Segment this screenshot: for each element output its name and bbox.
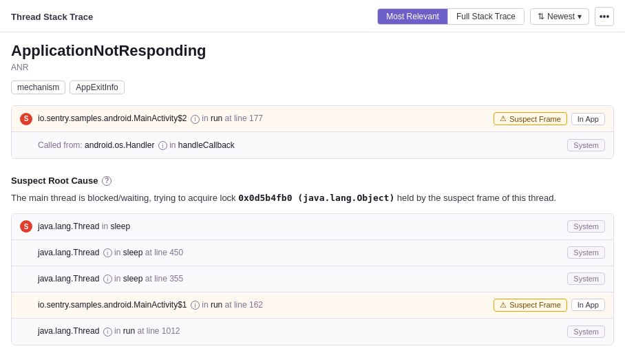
info-icon[interactable]: i — [103, 248, 112, 257]
system-badge: System — [567, 246, 605, 259]
suspect-root-title: Suspect Root Cause ? — [11, 175, 614, 186]
info-icon[interactable]: ? — [102, 176, 112, 186]
stack-frame-content: java.lang.Thread in sleep — [38, 222, 562, 231]
method-name: java.lang.Thread — [38, 274, 99, 283]
info-icon[interactable]: i — [103, 328, 112, 336]
suspect-frame-badge: ⚠ Suspect Frame — [494, 299, 567, 312]
stack-frame-content: io.sentry.samples.android.MainActivity$2… — [38, 114, 488, 123]
function-name: run — [211, 300, 222, 310]
stack-frame-content: io.sentry.samples.android.MainActivity$1… — [38, 300, 488, 310]
icon-placeholder — [20, 246, 32, 259]
filter-most-relevant[interactable]: Most Relevant — [378, 9, 448, 24]
info-icon[interactable]: i — [191, 115, 200, 124]
icon-placeholder — [20, 325, 32, 338]
table-row: java.lang.Thread i in sleep at line 355 … — [12, 266, 613, 292]
info-icon[interactable]: i — [158, 141, 167, 150]
top-stack-section: S io.sentry.samples.android.MainActivity… — [11, 105, 614, 159]
suspect-frame-badge: ⚠ Suspect Frame — [494, 112, 567, 125]
stack-frame-content: java.lang.Thread i in sleep at line 355 — [38, 274, 562, 283]
function-name: sleep — [123, 274, 143, 283]
in-app-badge: In App — [571, 113, 605, 125]
in-app-badge: In App — [571, 299, 605, 311]
sentry-icon: S — [20, 113, 32, 125]
suspect-frame-label: Suspect Frame — [509, 115, 561, 123]
line-number: 355 — [169, 274, 183, 283]
header-title: Thread Stack Trace — [11, 12, 93, 22]
method-name: io.sentry.samples.android.MainActivity$2 — [38, 114, 187, 123]
sort-label: Newest — [547, 12, 575, 21]
table-row: S io.sentry.samples.android.MainActivity… — [12, 106, 613, 132]
called-from-label: Called from: — [38, 140, 85, 150]
system-badge: System — [567, 220, 605, 233]
filter-toggle: Most Relevant Full Stack Trace — [377, 8, 525, 25]
keyword-in: in — [202, 114, 211, 123]
tags: mechanism AppExitInfo — [11, 81, 614, 94]
table-row: S java.lang.Thread in sleep System — [12, 214, 613, 240]
sort-icon: ⇅ — [538, 12, 544, 21]
icon-placeholder — [20, 299, 32, 311]
stack-badges: System — [567, 246, 605, 259]
called-from-method: android.os.Handler — [85, 140, 154, 150]
icon-placeholder — [20, 272, 32, 285]
suspect-root-label: Suspect Root Cause — [11, 175, 98, 186]
function-name: sleep — [123, 248, 143, 257]
stack-badges: System — [567, 272, 605, 285]
line-number: 1012 — [162, 326, 180, 336]
keyword-at-line: at line — [225, 114, 249, 123]
suspect-root-section: Suspect Root Cause ? The main thread is … — [11, 173, 614, 213]
system-badge: System — [567, 139, 605, 151]
filter-full-stack[interactable]: Full Stack Trace — [448, 9, 524, 24]
tag-mechanism: mechanism — [11, 81, 65, 94]
line-number: 177 — [249, 114, 263, 123]
table-row: Called from: android.os.Handler i in han… — [12, 132, 613, 158]
method-name: java.lang.Thread — [38, 248, 99, 257]
stack-badges: ⚠ Suspect Frame In App — [494, 112, 605, 125]
table-row: java.lang.Thread i in run at line 1012 S… — [12, 319, 613, 345]
method-name: java.lang.Thread — [38, 326, 99, 336]
keyword-at-line: at line — [145, 274, 169, 283]
stack-badges: System — [567, 139, 605, 151]
lock-address: 0x0d5b4fb0 — [238, 193, 292, 203]
keyword-in: in — [169, 140, 178, 150]
keyword-in: in — [202, 300, 211, 310]
table-row: io.sentry.samples.android.MainActivity$1… — [12, 292, 613, 319]
keyword-at-line: at line — [225, 300, 249, 310]
stack-badges: System — [567, 220, 605, 233]
line-number: 450 — [169, 248, 183, 257]
main-content: ApplicationNotResponding ANR mechanism A… — [0, 32, 625, 345]
system-badge: System — [567, 325, 605, 338]
method-name: io.sentry.samples.android.MainActivity$1 — [38, 300, 187, 310]
more-options-button[interactable]: ••• — [595, 7, 614, 26]
called-from-content: Called from: android.os.Handler i in han… — [38, 140, 562, 150]
keyword-at-line: at line — [145, 248, 169, 257]
sort-button[interactable]: ⇅ Newest ▾ — [530, 8, 589, 25]
chevron-down-icon: ▾ — [578, 12, 582, 21]
suspect-frame-icon: ⚠ — [500, 301, 507, 310]
app-title: ApplicationNotResponding — [11, 42, 614, 60]
info-icon[interactable]: i — [191, 301, 200, 310]
keyword-in: in — [114, 326, 123, 336]
app-type: ANR — [11, 63, 614, 72]
header-controls: Most Relevant Full Stack Trace ⇅ Newest … — [377, 7, 614, 26]
desc-after: held by the suspect frame of this thread… — [394, 193, 556, 203]
keyword-in: in — [114, 274, 123, 283]
line-number: 162 — [249, 300, 263, 310]
keyword-in: in — [102, 222, 111, 231]
stack-badges: System — [567, 325, 605, 338]
tag-appexitinfo: AppExitInfo — [70, 81, 124, 94]
stack-frame-content: java.lang.Thread i in run at line 1012 — [38, 326, 562, 336]
keyword-at-line: at line — [137, 326, 161, 336]
lock-type: (java.lang.Object) — [293, 193, 395, 203]
method-name: java.lang.Thread — [38, 222, 99, 231]
table-row: java.lang.Thread i in sleep at line 450 … — [12, 240, 613, 266]
icon-placeholder — [20, 139, 32, 151]
suspect-frame-icon: ⚠ — [500, 114, 507, 123]
function-name: run — [211, 114, 222, 123]
suspect-root-description: The main thread is blocked/waiting, tryi… — [11, 191, 614, 205]
function-name: run — [123, 326, 135, 336]
stack-frame-content: java.lang.Thread i in sleep at line 450 — [38, 248, 562, 257]
info-icon[interactable]: i — [103, 275, 112, 283]
desc-before: The main thread is blocked/waiting, tryi… — [11, 193, 238, 203]
called-from-function: handleCallback — [178, 140, 235, 150]
stack-badges: ⚠ Suspect Frame In App — [494, 299, 605, 312]
